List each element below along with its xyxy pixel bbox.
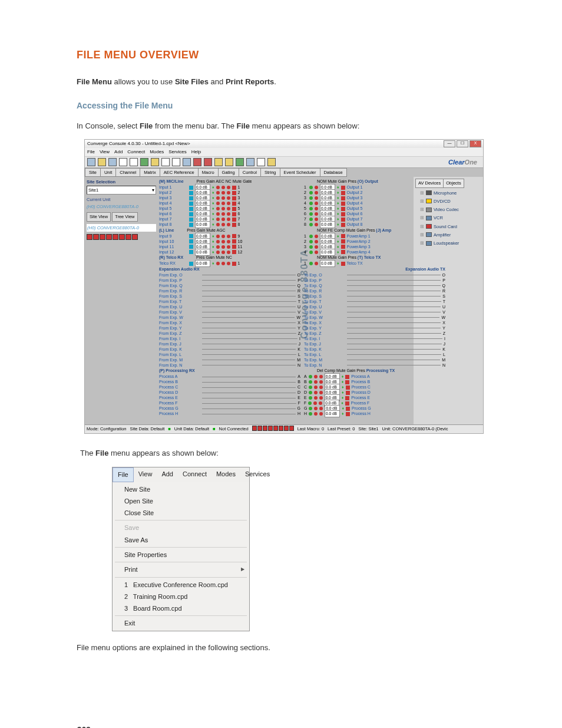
page-number: 209 <box>77 724 491 728</box>
tool-icon[interactable] <box>98 158 106 166</box>
led-strip <box>87 234 156 240</box>
section-accessing: Accessing the File Menu <box>77 100 491 112</box>
center-panel: (M) MIC/LinePres Gain AEC NC Mute GateIn… <box>158 177 414 424</box>
menu-item-open-site[interactable]: Open Site <box>113 495 249 507</box>
menu-item-new-site[interactable]: New Site <box>113 483 249 495</box>
chevron-down-icon: ▾ <box>152 187 154 193</box>
menu-file[interactable]: File <box>87 149 95 154</box>
tool-icon[interactable] <box>246 158 254 166</box>
menu-connect[interactable]: Connect <box>178 467 211 482</box>
io-row[interactable]: 40.0 dB♦PowerAmp 4 <box>304 249 445 255</box>
tool-icon[interactable] <box>161 158 170 166</box>
panel-tabs[interactable]: SiteUnitChannelMatrixAEC ReferenceMacroG… <box>85 168 483 177</box>
left-tab[interactable]: Tree View <box>112 212 137 221</box>
tool-icon[interactable] <box>151 158 159 166</box>
toolbar[interactable]: ClearOne <box>85 156 483 168</box>
right-tab[interactable]: Objects <box>443 179 464 187</box>
site-selection-label: Site Selection <box>87 179 156 185</box>
tab-macro[interactable]: Macro <box>198 168 219 177</box>
menu-item-save: Save <box>113 522 249 533</box>
t: menu appears as shown below: <box>250 121 359 130</box>
menu-help[interactable]: Help <box>191 149 201 154</box>
tab-control[interactable]: Control <box>239 168 261 177</box>
status-macro: Last Macro: 0 <box>297 426 324 432</box>
t: and <box>209 77 226 86</box>
close-btn[interactable]: X <box>470 140 481 147</box>
tab-site[interactable]: Site <box>85 168 101 177</box>
tab-channel[interactable]: Channel <box>115 168 140 177</box>
menu-separator <box>115 547 247 548</box>
tool-icon[interactable] <box>214 158 223 166</box>
menubar[interactable]: FileViewAddConnectModesServices <box>113 467 249 482</box>
tab-event-scheduler[interactable]: Event Scheduler <box>280 168 320 177</box>
menu-add[interactable]: Add <box>114 149 123 154</box>
min-btn[interactable]: — <box>444 140 455 147</box>
tab-aec-reference[interactable]: AEC Reference <box>160 168 199 177</box>
menu-item-print[interactable]: Print <box>113 564 249 575</box>
io-row[interactable]: 10.0 dB♦Telco TX <box>304 261 445 266</box>
tool-icon[interactable] <box>130 158 138 166</box>
t: Print Reports <box>226 77 274 86</box>
menu-item-save-as[interactable]: Save As <box>113 534 249 546</box>
max-btn[interactable]: ☐ <box>457 140 468 147</box>
t: Site Files <box>175 77 209 86</box>
menu-services[interactable]: Services <box>168 149 187 154</box>
t: . <box>274 77 276 86</box>
tool-icon[interactable] <box>108 158 117 166</box>
status-leds <box>252 426 294 432</box>
menu-item-executive-conference-room-cpd[interactable]: 1 Executive Conference Room.cpd <box>113 579 249 591</box>
tool-icon[interactable] <box>140 158 148 166</box>
menu-modes[interactable]: Modes <box>211 467 240 482</box>
left-panel: Site Selection Site1▾ Current Unit (H0) … <box>85 177 158 424</box>
io-row[interactable]: Input 80.0 dB♦8 <box>159 222 300 228</box>
menu-file[interactable]: File <box>113 467 134 482</box>
tool-icon[interactable] <box>204 158 212 166</box>
menu-item-exit[interactable]: Exit <box>113 617 249 629</box>
menu-add[interactable]: Add <box>157 467 178 482</box>
tool-icon[interactable] <box>87 158 95 166</box>
proc-row[interactable]: H0.0 dB♦Process H <box>304 411 445 417</box>
tool-icon[interactable] <box>267 158 276 166</box>
site-dropdown[interactable]: Site1▾ <box>87 186 156 195</box>
status-unitdata: Unit Data: Default <box>174 426 209 432</box>
t: allows you to use <box>112 77 175 86</box>
tool-icon[interactable] <box>193 158 201 166</box>
menu-view[interactable]: View <box>134 467 157 482</box>
t: menu appears as shown below: <box>108 449 218 457</box>
tool-icon[interactable] <box>172 158 180 166</box>
window-titlebar: Converge Console 4.0.30 - Untitled-1.cpd… <box>85 140 483 148</box>
tool-icon[interactable] <box>119 158 127 166</box>
tool-icon[interactable] <box>236 158 244 166</box>
current-unit-value: (H0) CONVERGE880TA-0 <box>87 203 156 210</box>
tool-icon[interactable] <box>183 158 191 166</box>
file-menu-dropdown: New SiteOpen SiteClose SiteSaveSave AsSi… <box>113 482 249 631</box>
menubar[interactable]: FileViewAddConnectModesServicesHelp <box>85 148 483 156</box>
io-row[interactable]: Telco RX0.0 dB♦1 <box>159 261 300 266</box>
para-1: In Console, select File from the menu ba… <box>77 120 491 132</box>
left-tab[interactable]: Site View <box>87 212 111 221</box>
io-row[interactable]: Input 120.0 dB♦12 <box>159 249 300 255</box>
tree-root[interactable]: (H0) CONVERGE880TA-0 <box>87 224 156 232</box>
menu-item-training-room-cpd[interactable]: 2 Training Room.cpd <box>113 591 249 602</box>
menu-services[interactable]: Services <box>240 467 275 482</box>
page-title: FILE MENU OVERVIEW <box>77 47 491 63</box>
tab-matrix[interactable]: Matrix <box>140 168 160 177</box>
status-preset: Last Preset: 0 <box>328 426 355 432</box>
t: File Menu <box>77 77 112 86</box>
io-row[interactable]: 80.0 dB♦Output 8 <box>304 222 445 228</box>
tab-database[interactable]: Database <box>320 168 347 177</box>
menu-view[interactable]: View <box>100 149 110 154</box>
menu-item-close-site[interactable]: Close Site <box>113 507 249 519</box>
tab-gating[interactable]: Gating <box>218 168 239 177</box>
menu-modes[interactable]: Modes <box>150 149 164 154</box>
menu-item-site-properties[interactable]: Site Properties <box>113 549 249 561</box>
tool-icon[interactable] <box>257 158 265 166</box>
t: One <box>465 159 477 166</box>
tool-icon[interactable] <box>225 158 233 166</box>
status-sitedata: Site Data: Default <box>130 426 165 432</box>
menu-item-board-room-cpd[interactable]: 3 Board Room.cpd <box>113 602 249 614</box>
t: File <box>95 449 108 457</box>
menu-connect[interactable]: Connect <box>127 149 145 154</box>
tab-unit[interactable]: Unit <box>100 168 116 177</box>
tab-string[interactable]: String <box>260 168 280 177</box>
